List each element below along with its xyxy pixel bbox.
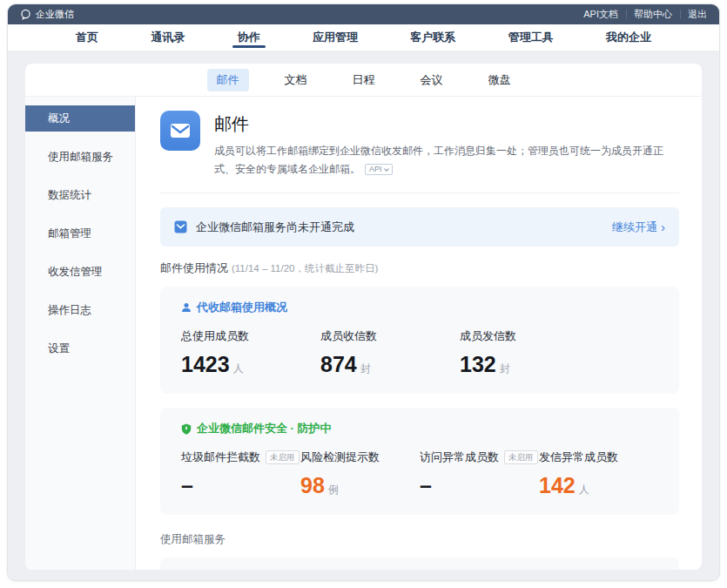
main-content: 邮件 成员可以将工作邮箱绑定到企业微信收发邮件，工作消息归集一处；管理员也可统一… [136, 97, 702, 570]
stat-total-members-unit: 人 [233, 362, 244, 375]
proxy-card-title: 代收邮箱使用概况 [197, 300, 287, 315]
sidebar-item-mailbox-management[interactable]: 邮箱管理 [25, 220, 135, 247]
stat-spam-blocked-value: – [181, 473, 300, 498]
mail-security-card: 企业微信邮件安全 · 防护中 垃圾邮件拦截数未启用 – 风险检测提示数 98例 [160, 408, 679, 515]
stat-sent-mails-unit: 封 [500, 362, 510, 375]
content-panel: 邮件 文档 日程 会议 微盘 概况 使用邮箱服务 数据统计 邮箱管理 收发信管理… [25, 64, 702, 570]
api-dropdown-badge[interactable]: API [365, 164, 393, 175]
nav-item-admin-tools[interactable]: 管理工具 [508, 24, 554, 51]
security-stats-row: 垃圾邮件拦截数未启用 – 风险检测提示数 98例 访问异常成员数未启用 – [181, 449, 658, 498]
topbar: 企业微信 API文档 帮助中心 退出 [8, 4, 719, 24]
usage-title-text: 邮件使用情况 [160, 261, 228, 274]
stat-abnormal-access-value: – [420, 473, 539, 498]
topbar-links: API文档 帮助中心 退出 [576, 8, 707, 21]
logo: 企业微信 [20, 8, 74, 21]
main-nav: 首页 通讯录 协作 应用管理 客户联系 管理工具 我的企业 [8, 24, 719, 51]
stat-spam-blocked: 垃圾邮件拦截数未启用 – [181, 449, 300, 498]
tab-drive[interactable]: 微盘 [479, 69, 521, 91]
proxy-card-header: 代收邮箱使用概况 [181, 300, 658, 315]
page-description-text: 成员可以将工作邮箱绑定到企业微信收发邮件，工作消息归集一处；管理员也可统一为成员… [214, 145, 663, 175]
api-badge-label: API [369, 163, 382, 177]
sidebar-item-operation-logs[interactable]: 操作日志 [25, 297, 135, 323]
stat-spam-blocked-label: 垃圾邮件拦截数未启用 [181, 449, 300, 465]
stat-sent-mails-value: 132封 [460, 352, 599, 377]
tab-mail[interactable]: 邮件 [207, 69, 249, 91]
mail-app-icon [160, 111, 200, 151]
continue-activation-label: 继续开通 [612, 220, 657, 235]
stat-received-mails-label: 成员收信数 [320, 328, 460, 344]
security-card-title: 企业微信邮件安全 · 防护中 [197, 421, 332, 436]
stat-received-mails-value: 874封 [320, 352, 460, 377]
stat-received-mails: 成员收信数 874封 [320, 328, 460, 377]
stat-sent-mails-label: 成员发信数 [460, 328, 599, 344]
stat-abnormal-access: 访问异常成员数未启用 – [420, 449, 539, 498]
collaboration-subtabs: 邮件 文档 日程 会议 微盘 [25, 64, 702, 97]
activation-notice-bar: 企业微信邮箱服务尚未开通完成 继续开通› [160, 207, 679, 247]
domain-row: 企业域名 tangyun.com 开通中 继续开通 ··· [160, 558, 679, 570]
tab-schedule[interactable]: 日程 [343, 69, 385, 91]
stat-total-members: 总使用成员数 1423人 [181, 328, 320, 377]
page-header-text: 邮件 成员可以将工作邮箱绑定到企业微信收发邮件，工作消息归集一处；管理员也可统一… [214, 111, 679, 179]
stat-abnormal-senders-value: 142人 [539, 473, 658, 498]
nav-item-contacts[interactable]: 通讯录 [151, 24, 185, 51]
disabled-badge: 未启用 [504, 450, 538, 463]
app-window: 企业微信 API文档 帮助中心 退出 首页 通讯录 协作 应用管理 客户联系 管… [7, 3, 720, 581]
stat-risk-alerts-label: 风险检测提示数 [300, 449, 420, 465]
proxy-mailbox-card: 代收邮箱使用概况 总使用成员数 1423人 成员收信数 874封 [160, 287, 679, 394]
stat-abnormal-senders-label: 发信异常成员数 [539, 449, 658, 465]
nav-item-app-management[interactable]: 应用管理 [313, 24, 358, 51]
shield-icon [181, 423, 192, 435]
service-section-title: 使用邮箱服务 [160, 532, 679, 547]
sidebar-item-overview[interactable]: 概况 [25, 105, 135, 132]
header-divider [160, 193, 679, 193]
sidebar-item-settings[interactable]: 设置 [25, 335, 135, 362]
stat-sent-mails: 成员发信数 132封 [460, 328, 599, 377]
tab-meeting[interactable]: 会议 [411, 69, 453, 91]
proxy-stats-row: 总使用成员数 1423人 成员收信数 874封 成员发信数 132封 [181, 328, 658, 377]
usage-section-title: 邮件使用情况(11/14 – 11/20，统计截止至昨日) [160, 260, 679, 276]
page-header: 邮件 成员可以将工作邮箱绑定到企业微信收发邮件，工作消息归集一处；管理员也可统一… [160, 105, 679, 189]
stat-total-members-label: 总使用成员数 [181, 328, 320, 344]
sidebar-item-mail-service[interactable]: 使用邮箱服务 [25, 144, 135, 170]
stat-abnormal-senders: 发信异常成员数 142人 [539, 449, 658, 498]
sidebar-item-statistics[interactable]: 数据统计 [25, 182, 135, 208]
stat-risk-alerts: 风险检测提示数 98例 [300, 449, 420, 498]
notice-mail-icon [174, 220, 187, 233]
continue-activation-link[interactable]: 继续开通› [612, 220, 665, 235]
person-icon [181, 302, 192, 313]
notice-text: 企业微信邮箱服务尚未开通完成 [196, 220, 612, 235]
nav-item-customer-contact[interactable]: 客户联系 [410, 24, 455, 51]
chevron-right-icon: › [661, 220, 665, 233]
stat-risk-alerts-value: 98例 [300, 473, 420, 498]
sidebar: 概况 使用邮箱服务 数据统计 邮箱管理 收发信管理 操作日志 设置 [25, 97, 136, 570]
chevron-down-icon [384, 166, 389, 172]
page-title: 邮件 [214, 112, 679, 136]
usage-period: (11/14 – 11/20，统计截止至昨日) [232, 263, 378, 274]
stat-received-mails-unit: 封 [360, 362, 371, 375]
page-description: 成员可以将工作邮箱绑定到企业微信收发邮件，工作消息归集一处；管理员也可统一为成员… [214, 142, 679, 179]
tab-docs[interactable]: 文档 [275, 69, 317, 91]
stat-total-members-value: 1423人 [181, 352, 320, 377]
nav-item-home[interactable]: 首页 [76, 24, 98, 51]
nav-item-collaboration[interactable]: 协作 [238, 24, 260, 51]
nav-item-my-company[interactable]: 我的企业 [606, 24, 651, 51]
panel-body: 概况 使用邮箱服务 数据统计 邮箱管理 收发信管理 操作日志 设置 [25, 97, 702, 570]
disabled-badge: 未启用 [266, 450, 300, 463]
help-center-link[interactable]: 帮助中心 [626, 8, 680, 21]
logo-text: 企业微信 [36, 8, 74, 21]
content-background: 邮件 文档 日程 会议 微盘 概况 使用邮箱服务 数据统计 邮箱管理 收发信管理… [8, 51, 719, 580]
wechat-work-logo-icon [20, 9, 31, 20]
api-docs-link[interactable]: API文档 [576, 8, 626, 21]
sidebar-item-send-receive-management[interactable]: 收发信管理 [25, 259, 135, 285]
stat-abnormal-access-label: 访问异常成员数未启用 [420, 449, 539, 465]
security-card-header: 企业微信邮件安全 · 防护中 [181, 421, 658, 436]
logout-link[interactable]: 退出 [680, 8, 707, 21]
